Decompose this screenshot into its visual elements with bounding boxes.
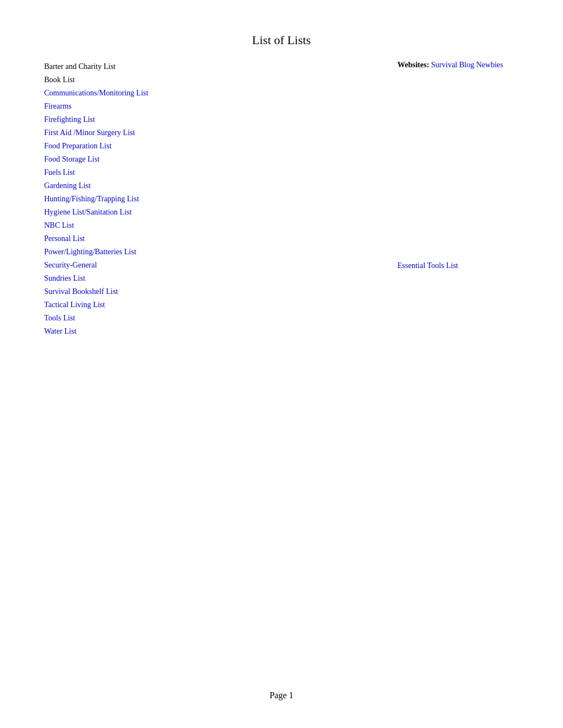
list-item-link[interactable]: Personal List bbox=[44, 233, 148, 244]
essential-tools-list-link[interactable]: Essential Tools List bbox=[397, 261, 458, 270]
list-item-link[interactable]: Firearms bbox=[44, 100, 148, 112]
page-title: List of Lists bbox=[44, 33, 519, 47]
list-item-link[interactable]: Food Storage List bbox=[44, 153, 148, 165]
list-item-link[interactable]: Water List bbox=[44, 325, 148, 337]
list-item-link[interactable]: NBC List bbox=[44, 220, 148, 231]
list-item-link[interactable]: Tactical Living List bbox=[44, 299, 148, 311]
list-item-link[interactable]: Firefighting List bbox=[44, 114, 148, 125]
page-number: Page 1 bbox=[269, 690, 293, 700]
list-item-link[interactable]: Gardening List bbox=[44, 180, 148, 191]
list-item-text: Barter and Charity List bbox=[44, 61, 148, 72]
list-item-text: Book List bbox=[44, 74, 148, 85]
list-item-link[interactable]: First Aid /Minor Surgery List bbox=[44, 127, 148, 138]
right-column: Websites: Survival Blog Newbies Essentia… bbox=[397, 61, 519, 270]
page-container: List of Lists Barter and Charity ListBoo… bbox=[0, 0, 563, 728]
list-item-link[interactable]: Food Preparation List bbox=[44, 140, 148, 152]
list-item-link[interactable]: Security-General bbox=[44, 259, 148, 271]
list-item-link[interactable]: Hunting/Fishing/Trapping List bbox=[44, 193, 148, 205]
page-footer: Page 1 bbox=[0, 690, 563, 700]
list-item-link[interactable]: Hygiene List/Sanitation List bbox=[44, 206, 148, 218]
list-item-link[interactable]: Sundries List bbox=[44, 272, 148, 284]
websites-label: Websites: bbox=[397, 61, 429, 69]
left-column: Barter and Charity ListBook ListCommunic… bbox=[44, 61, 148, 337]
survival-blog-newbies-link[interactable]: Survival Blog Newbies bbox=[431, 61, 503, 69]
list-item-link[interactable]: Communications/Monitoring List bbox=[44, 87, 148, 99]
list-item-link[interactable]: Power/Lighting/Batteries List bbox=[44, 246, 148, 258]
websites-section: Websites: Survival Blog Newbies bbox=[397, 61, 503, 69]
list-item-link[interactable]: Fuels List bbox=[44, 167, 148, 178]
list-item-link[interactable]: Survival Bookshelf List bbox=[44, 286, 148, 297]
main-content: Barter and Charity ListBook ListCommunic… bbox=[44, 61, 519, 337]
list-item-link[interactable]: Tools List bbox=[44, 312, 148, 324]
